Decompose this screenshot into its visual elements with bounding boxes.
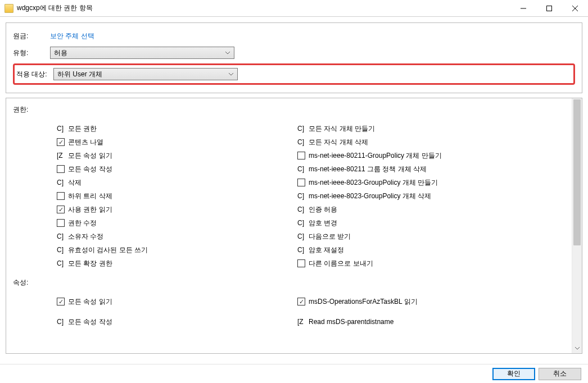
marker-icon: C]: [57, 318, 65, 326]
permission-item: [296, 308, 580, 315]
permission-label: 권한 수정: [68, 218, 97, 228]
permission-label: 유효성이 검사된 모든 쓰기: [68, 245, 148, 255]
permission-label: msDS-OperationsForAzTaskBL 읽기: [309, 297, 418, 307]
checkbox[interactable]: [57, 192, 65, 200]
permission-label: 모든 속성 작성: [68, 165, 112, 174]
checkbox[interactable]: [57, 138, 65, 146]
marker-icon: C]: [297, 219, 305, 227]
maximize-button[interactable]: [536, 0, 562, 16]
applies-to-select[interactable]: 하위 User 개체: [53, 68, 238, 80]
close-button[interactable]: [562, 0, 588, 16]
scrollbar-thumb[interactable]: [573, 99, 581, 245]
permission-item: C]ms-net-ieee-80211 그룹 정책 개체 삭제: [296, 162, 580, 176]
checkbox[interactable]: [297, 179, 305, 186]
window-titlebar: wdgcxp에 대한 권한 항목: [0, 0, 588, 17]
svg-line-3: [572, 6, 578, 11]
permission-item: 콘텐츠 나열: [13, 135, 296, 149]
permission-item: 사용 권한 읽기: [13, 203, 296, 216]
principal-link[interactable]: 보안 주체 선택: [50, 31, 94, 41]
permission-item: C]유효성이 검사된 모든 쓰기: [13, 243, 296, 257]
minimize-button[interactable]: [510, 0, 536, 16]
marker-icon: C]: [297, 232, 305, 240]
marker-icon: C]: [57, 232, 65, 240]
permission-label: ms-net-ieee-8023-GroupPolicy 개체 삭제: [309, 191, 431, 201]
permission-item: msDS-OperationsForAzTaskBL 읽기: [296, 295, 580, 308]
checkbox[interactable]: [57, 206, 65, 213]
permissions-section-label: 권한:: [13, 105, 580, 115]
permission-item: [ZRead msDS-parentdistname: [296, 315, 580, 329]
permission-item: C]다음으로 받기: [296, 230, 580, 243]
svg-rect-1: [547, 6, 552, 11]
checkbox[interactable]: [297, 152, 305, 159]
permission-item: C]인증 허용: [296, 203, 580, 216]
scroll-down-button[interactable]: [572, 343, 582, 353]
permission-item: C]소유자 수정: [13, 230, 296, 243]
permissions-columns: C]모든 권한콘텐츠 나열[Z모든 속성 읽기모든 속성 작성C]삭제하위 트리…: [13, 122, 580, 270]
permission-label: 사용 권한 읽기: [68, 205, 112, 215]
properties-columns: 모든 속성 읽기C]모든 속성 작성 msDS-OperationsForAzT…: [13, 295, 580, 329]
permission-item: C]암호 변경: [296, 216, 580, 230]
chevron-down-icon: [227, 73, 235, 76]
permission-label: 삭제: [68, 178, 82, 188]
marker-icon: C]: [57, 259, 65, 267]
svg-line-2: [572, 6, 578, 11]
marker-icon: C]: [57, 246, 65, 254]
permission-item: ms-net-ieee-80211-GroupPolicy 개체 만들기: [296, 149, 580, 162]
permission-item: [Z모든 속성 읽기: [13, 149, 296, 162]
checkbox[interactable]: [57, 219, 65, 227]
marker-icon: C]: [297, 138, 305, 146]
permission-label: 모든 확장 권한: [68, 259, 112, 268]
permission-label: 모든 권한: [68, 124, 97, 134]
permission-item: C]모든 확장 권한: [13, 257, 296, 270]
marker-icon: [Z: [57, 152, 65, 159]
permission-label: 하위 트리 삭제: [68, 191, 112, 201]
permission-label: ms-net-ieee-8023-GroupPolicy 개체 만들기: [309, 178, 438, 188]
form-header-group: 원금: 보안 주체 선택 유형: 허용 적용 대상: 하위 User 개체: [6, 22, 582, 93]
checkbox[interactable]: [297, 298, 305, 306]
permission-label: 암호 재설정: [309, 245, 344, 255]
permission-label: 모든 속성 읽기: [68, 151, 112, 161]
permission-item: ms-net-ieee-8023-GroupPolicy 개체 만들기: [296, 176, 580, 189]
permission-label: 다른 이름으로 보내기: [309, 259, 373, 268]
permission-label: 콘텐츠 나열: [68, 138, 103, 147]
marker-icon: [Z: [297, 318, 305, 326]
permission-item: [13, 308, 296, 315]
cancel-button[interactable]: 취소: [539, 368, 581, 380]
permission-label: 모든 속성 읽기: [68, 297, 112, 307]
properties-section-label: 속성:: [13, 278, 580, 288]
marker-icon: C]: [297, 165, 305, 173]
chevron-down-icon: [224, 52, 232, 54]
permission-item: C]모든 자식 개체 만들기: [296, 122, 580, 135]
applies-to-select-value: 하위 User 개체: [57, 70, 102, 79]
permission-item: C]암호 재설정: [296, 243, 580, 257]
applies-to-label: 적용 대상:: [16, 70, 53, 79]
permission-item: 모든 속성 읽기: [13, 295, 296, 308]
marker-icon: C]: [297, 125, 305, 133]
window-title: wdgcxp에 대한 권한 항목: [17, 3, 510, 13]
principal-label: 원금:: [13, 31, 50, 41]
vertical-scrollbar[interactable]: [572, 98, 582, 353]
permissions-group: 권한: C]모든 권한콘텐츠 나열[Z모든 속성 읽기모든 속성 작성C]삭제하…: [6, 98, 582, 354]
ok-button[interactable]: 확인: [492, 368, 535, 380]
checkbox[interactable]: [297, 259, 305, 267]
permission-label: 모든 자식 개체 삭제: [309, 138, 368, 147]
marker-icon: C]: [297, 246, 305, 254]
dialog-footer: 확인 취소: [0, 364, 588, 383]
permission-label: 모든 자식 개체 만들기: [309, 124, 375, 134]
permission-item: 다른 이름으로 보내기: [296, 257, 580, 270]
type-select[interactable]: 허용: [50, 47, 234, 59]
checkbox[interactable]: [57, 165, 65, 173]
type-label: 유형:: [13, 48, 50, 58]
permission-item: C]모든 속성 작성: [13, 315, 296, 329]
permission-label: ms-net-ieee-80211 그룹 정책 개체 삭제: [309, 165, 427, 174]
permission-item: C]모든 자식 개체 삭제: [296, 135, 580, 149]
marker-icon: C]: [57, 125, 65, 133]
permission-item: 권한 수정: [13, 216, 296, 230]
permission-label: 암호 변경: [309, 218, 337, 228]
applies-to-highlight: 적용 대상: 하위 User 개체: [13, 63, 575, 85]
permission-label: 인증 허용: [309, 205, 337, 215]
marker-icon: C]: [297, 192, 305, 200]
checkbox[interactable]: [57, 298, 65, 306]
permission-item: C]삭제: [13, 176, 296, 189]
folder-icon: [4, 4, 13, 13]
